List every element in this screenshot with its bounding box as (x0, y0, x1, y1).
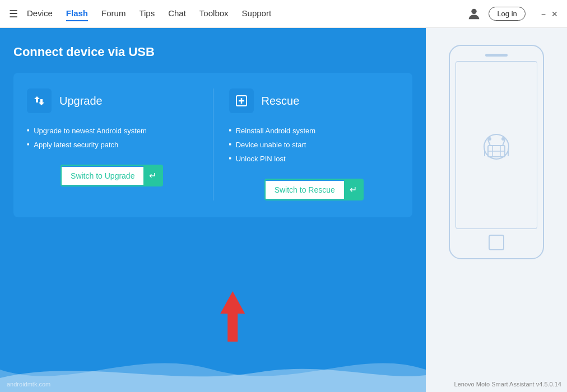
minimize-button[interactable]: − (541, 10, 546, 18)
upgrade-feature-1: Upgrade to newest Android system (27, 127, 197, 135)
nav-chat[interactable]: Chat (168, 6, 186, 21)
options-row: Upgrade Upgrade to newest Android system… (27, 88, 399, 200)
rescue-icon (229, 88, 254, 113)
watermark: androidmtk.com (7, 381, 50, 388)
phone-mockup (449, 45, 544, 259)
window-controls: − ✕ (541, 10, 558, 18)
switch-upgrade-enter-icon: ↵ (143, 166, 162, 185)
rescue-btn-row: Switch to Rescue ↵ (229, 179, 399, 200)
nav-bar: Device Flash Forum Tips Chat Toolbox Sup… (27, 6, 466, 21)
upgrade-feature-2: Apply latest security patch (27, 141, 197, 149)
upgrade-features: Upgrade to newest Android system Apply l… (27, 127, 197, 149)
phone-top (456, 54, 537, 57)
nav-tips[interactable]: Tips (139, 6, 155, 21)
left-panel: Connect device via USB Upgrade (0, 28, 426, 392)
nav-flash[interactable]: Flash (66, 6, 88, 21)
title-bar-right: Log in − ✕ (466, 6, 558, 22)
main-layout: Connect device via USB Upgrade (0, 28, 567, 392)
login-button[interactable]: Log in (489, 7, 525, 21)
android-logo-icon (477, 125, 516, 165)
rescue-title: Rescue (262, 95, 300, 108)
nav-forum[interactable]: Forum (101, 6, 126, 21)
menu-icon[interactable]: ☰ (9, 8, 18, 20)
phone-home-button (489, 235, 504, 250)
rescue-header: Rescue (229, 88, 399, 113)
rescue-features: Reinstall Android system Device unable t… (229, 127, 399, 163)
page-title: Connect device via USB (13, 45, 412, 59)
arrow-indicator (220, 291, 245, 342)
column-divider (213, 88, 213, 200)
svg-point-9 (488, 137, 491, 141)
right-panel: Lenovo Moto Smart Assistant v4.5.0.14 (426, 28, 567, 392)
user-icon (466, 6, 482, 22)
rescue-feature-3: Unlock PIN lost (229, 155, 399, 163)
nav-support[interactable]: Support (242, 6, 272, 21)
phone-bottom (456, 235, 537, 250)
switch-to-upgrade-label: Switch to Upgrade (62, 167, 143, 185)
switch-to-rescue-button[interactable]: Switch to Rescue ↵ (264, 179, 364, 200)
upgrade-header: Upgrade (27, 88, 197, 113)
switch-to-rescue-label: Switch to Rescue (266, 181, 344, 199)
wave-decoration (0, 347, 426, 392)
rescue-column: Rescue Reinstall Android system Device u… (229, 88, 399, 200)
upgrade-column: Upgrade Upgrade to newest Android system… (27, 88, 197, 200)
upgrade-icon (27, 88, 52, 113)
title-bar: ☰ Device Flash Forum Tips Chat Toolbox S… (0, 0, 567, 28)
svg-point-0 (472, 8, 477, 13)
switch-to-upgrade-button[interactable]: Switch to Upgrade ↵ (61, 165, 163, 186)
phone-outer (449, 45, 544, 259)
rescue-feature-2: Device unable to start (229, 141, 399, 149)
phone-speaker (485, 54, 508, 57)
rescue-feature-1: Reinstall Android system (229, 127, 399, 135)
upgrade-title: Upgrade (59, 95, 103, 108)
content-card: Upgrade Upgrade to newest Android system… (13, 73, 412, 217)
close-button[interactable]: ✕ (551, 10, 558, 18)
switch-rescue-enter-icon: ↵ (344, 180, 362, 199)
svg-point-10 (501, 137, 505, 141)
upgrade-btn-row: Switch to Upgrade ↵ (27, 165, 197, 186)
phone-screen (456, 61, 537, 229)
nav-device[interactable]: Device (27, 6, 53, 21)
nav-toolbox[interactable]: Toolbox (199, 6, 229, 21)
version-label: Lenovo Moto Smart Assistant v4.5.0.14 (454, 381, 561, 388)
